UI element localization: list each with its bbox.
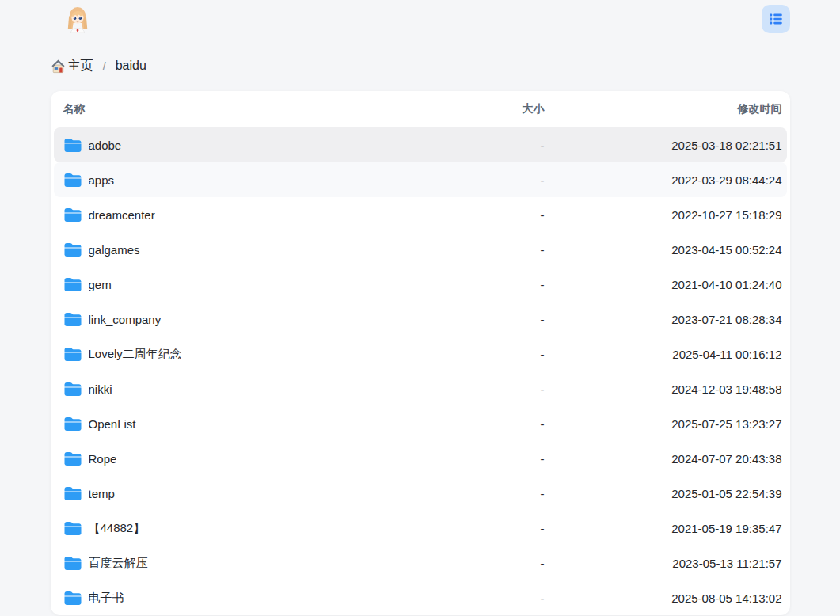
- file-row-name-cell: Rope: [63, 450, 450, 467]
- file-row[interactable]: 【44882】 - 2021-05-19 19:35:47: [54, 511, 787, 546]
- file-row-name-cell: galgames: [63, 241, 450, 258]
- file-name: nikki: [89, 382, 112, 396]
- list-header: 名称 大小 修改时间: [51, 91, 790, 127]
- file-name: temp: [89, 487, 115, 500]
- folder-icon: [63, 415, 82, 432]
- file-row[interactable]: nikki - 2024-12-03 19:48:58: [54, 371, 787, 406]
- file-modified: 2025-07-25 13:23:27: [545, 417, 782, 431]
- file-modified: 2024-07-07 20:43:38: [545, 452, 782, 466]
- file-name: adobe: [89, 139, 122, 152]
- file-size: -: [450, 313, 545, 326]
- file-modified: 2025-03-18 02:21:51: [545, 139, 782, 152]
- file-size: -: [450, 591, 545, 605]
- file-row-name-cell: link_company: [63, 310, 450, 328]
- site-logo-avatar[interactable]: [63, 5, 92, 33]
- breadcrumb-current-folder[interactable]: baidu: [116, 59, 146, 73]
- folder-icon: [63, 589, 82, 606]
- file-row[interactable]: dreamcenter - 2022-10-27 15:18:29: [54, 197, 787, 232]
- file-row[interactable]: temp - 2025-01-05 22:54:39: [54, 476, 787, 511]
- file-size: -: [450, 243, 545, 257]
- file-size: -: [450, 139, 545, 152]
- file-name: gem: [89, 278, 112, 291]
- file-modified: 2023-07-21 08:28:34: [545, 313, 782, 326]
- file-list-card: 名称 大小 修改时间 adobe - 2025-03-18 02:21:51: [51, 91, 790, 615]
- column-header-modified[interactable]: 修改时间: [545, 102, 782, 116]
- file-modified: 2025-08-05 14:13:02: [545, 591, 782, 605]
- file-name: Rope: [89, 452, 117, 466]
- file-row-name-cell: dreamcenter: [63, 206, 450, 223]
- file-row[interactable]: link_company - 2023-07-21 08:28:34: [54, 302, 787, 337]
- file-list-body: adobe - 2025-03-18 02:21:51 apps - 2022-…: [51, 127, 790, 615]
- file-row-name-cell: apps: [63, 171, 450, 188]
- page-container: 主页 / baidu 名称 大小 修改时间 adobe - 2025-03-18…: [51, 0, 790, 615]
- file-modified: 2023-05-13 11:21:57: [545, 557, 782, 570]
- file-name: 电子书: [89, 591, 124, 606]
- home-icon: [51, 59, 66, 74]
- column-header-name[interactable]: 名称: [63, 102, 450, 116]
- anime-girl-avatar-icon: [63, 5, 92, 33]
- file-size: -: [450, 452, 545, 466]
- layout-toggle-button[interactable]: [762, 5, 790, 33]
- breadcrumb-home-label: 主页: [68, 58, 93, 74]
- file-modified: 2025-01-05 22:54:39: [545, 487, 782, 500]
- file-row-name-cell: adobe: [63, 136, 450, 154]
- file-row[interactable]: apps - 2022-03-29 08:44:24: [54, 162, 787, 197]
- file-row-name-cell: gem: [63, 276, 450, 293]
- breadcrumb-home-link[interactable]: 主页: [51, 58, 93, 74]
- file-row[interactable]: Rope - 2024-07-07 20:43:38: [54, 441, 787, 476]
- folder-icon: [63, 276, 82, 293]
- file-size: -: [450, 208, 545, 222]
- file-modified: 2021-04-10 01:24:40: [545, 278, 782, 291]
- folder-icon: [63, 171, 82, 188]
- file-name: Lovely二周年纪念: [89, 347, 182, 362]
- file-row-name-cell: 百度云解压: [63, 554, 450, 572]
- folder-icon: [63, 450, 82, 467]
- file-row-name-cell: 【44882】: [63, 519, 450, 537]
- file-row-name-cell: OpenList: [63, 415, 450, 432]
- file-size: -: [450, 382, 545, 396]
- file-row[interactable]: OpenList - 2025-07-25 13:23:27: [54, 406, 787, 441]
- file-size: -: [450, 522, 545, 535]
- file-size: -: [450, 557, 545, 570]
- folder-icon: [63, 136, 82, 154]
- file-row-name-cell: Lovely二周年纪念: [63, 345, 450, 363]
- folder-icon: [63, 519, 82, 537]
- file-size: -: [450, 417, 545, 431]
- file-row[interactable]: 电子书 - 2025-08-05 14:13:02: [54, 580, 787, 615]
- file-row-name-cell: nikki: [63, 380, 450, 397]
- file-row-name-cell: temp: [63, 485, 450, 502]
- file-row[interactable]: gem - 2021-04-10 01:24:40: [54, 267, 787, 302]
- file-row[interactable]: 百度云解压 - 2023-05-13 11:21:57: [54, 546, 787, 580]
- breadcrumb-separator: /: [103, 59, 106, 73]
- file-modified: 2022-03-29 08:44:24: [545, 173, 782, 187]
- file-modified: 2025-04-11 00:16:12: [545, 348, 782, 361]
- file-modified: 2024-12-03 19:48:58: [545, 382, 782, 396]
- folder-icon: [63, 380, 82, 397]
- file-name: 百度云解压: [89, 556, 148, 571]
- folder-icon: [63, 485, 82, 502]
- file-size: -: [450, 278, 545, 291]
- file-name: OpenList: [89, 417, 136, 431]
- file-modified: 2022-10-27 15:18:29: [545, 208, 782, 222]
- folder-icon: [63, 206, 82, 223]
- folder-icon: [63, 554, 82, 572]
- file-row[interactable]: adobe - 2025-03-18 02:21:51: [54, 127, 787, 162]
- file-name: apps: [89, 173, 115, 187]
- file-name: dreamcenter: [89, 208, 155, 222]
- file-size: -: [450, 173, 545, 187]
- column-header-size[interactable]: 大小: [450, 102, 545, 116]
- file-name: 【44882】: [89, 521, 146, 536]
- file-name: link_company: [89, 313, 162, 326]
- list-view-icon: [768, 11, 784, 27]
- file-size: -: [450, 348, 545, 361]
- topbar: [51, 0, 790, 33]
- file-modified: 2021-05-19 19:35:47: [545, 522, 782, 535]
- file-modified: 2023-04-15 00:52:24: [545, 243, 782, 257]
- file-size: -: [450, 487, 545, 500]
- file-row[interactable]: Lovely二周年纪念 - 2025-04-11 00:16:12: [54, 337, 787, 371]
- folder-icon: [63, 241, 82, 258]
- folder-icon: [63, 345, 82, 363]
- file-row-name-cell: 电子书: [63, 589, 450, 606]
- breadcrumb: 主页 / baidu: [51, 55, 790, 76]
- file-row[interactable]: galgames - 2023-04-15 00:52:24: [54, 232, 787, 267]
